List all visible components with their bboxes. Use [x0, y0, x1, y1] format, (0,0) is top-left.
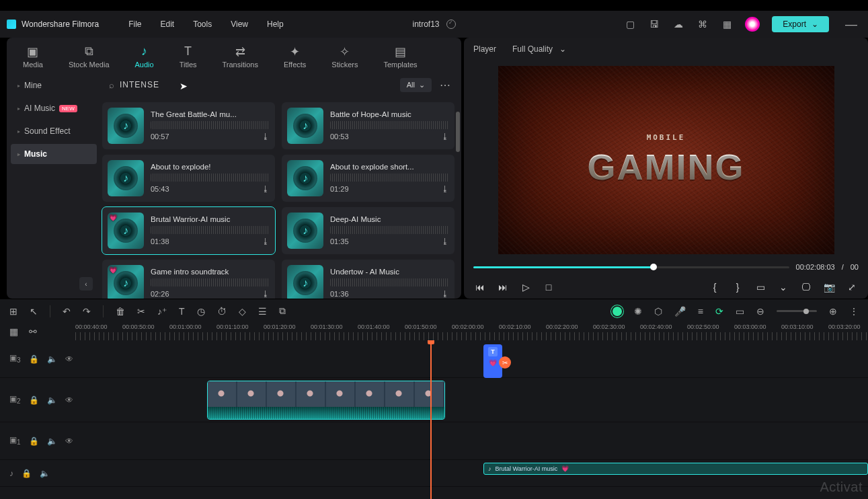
export-button[interactable]: Export ⌄ — [772, 16, 829, 32]
mute-icon[interactable]: 🔈 — [40, 469, 50, 478]
tab-media[interactable]: ▣Media — [19, 42, 47, 71]
tab-effects[interactable]: ✦Effects — [280, 42, 310, 71]
redo-button[interactable]: ↷ — [83, 306, 91, 317]
eye-icon[interactable]: 👁 — [65, 436, 73, 446]
collapse-sidebar-button[interactable]: ‹ — [79, 277, 93, 291]
tab-titles[interactable]: TTitles — [175, 42, 201, 71]
next-frame-button[interactable]: ⏭ — [496, 282, 510, 293]
lock-icon[interactable]: 🔒 — [29, 436, 39, 446]
mark-in-button[interactable]: { — [708, 282, 721, 293]
delete-button[interactable]: 🗑 — [116, 306, 125, 317]
ratio-button[interactable]: ▭ — [754, 282, 767, 293]
snapshot-button[interactable]: 📷 — [822, 282, 836, 293]
display-button[interactable]: 🖵 — [799, 282, 813, 293]
download-icon[interactable]: ⭳ — [441, 289, 449, 299]
mixer-icon[interactable]: ≡ — [698, 306, 703, 317]
play-button[interactable]: ▷ — [519, 282, 532, 293]
audio-item[interactable]: ♪ Deep-AI Music 01:35⭳ — [282, 207, 455, 254]
mic-icon[interactable]: 🎤 — [674, 306, 686, 317]
prev-frame-button[interactable]: ⏮ — [473, 282, 487, 293]
more-options-button[interactable]: ⋯ — [437, 79, 453, 91]
lock-icon[interactable]: 🔒 — [29, 354, 39, 364]
zoom-out-button[interactable]: ⊖ — [756, 306, 764, 317]
quality-select[interactable]: Full Quality⌄ — [507, 42, 571, 56]
magnet-icon[interactable]: ⊞ — [9, 306, 17, 317]
sidebar-item-mine[interactable]: ▸Mine — [11, 75, 97, 95]
cut-button[interactable]: ✂ — [137, 306, 145, 317]
audio-item[interactable]: ♪ About to explode short... 01:29⭳ — [282, 155, 455, 202]
undo-button[interactable]: ↶ — [63, 306, 71, 317]
timeline-ruler[interactable]: 00:00:40:0000:00:50:0000:01:00:0000:01:1… — [75, 323, 868, 340]
audio-item[interactable]: 💗♪ Brutal Warrior-AI music 01:38⭳ — [102, 207, 275, 254]
stop-button[interactable]: □ — [542, 282, 555, 293]
eye-icon[interactable]: 👁 — [65, 395, 73, 405]
sidebar-item-sound-effect[interactable]: ▸Sound Effect — [11, 121, 97, 141]
audio-item[interactable]: 💗♪ Game intro soundtrack 02:26⭳ — [102, 260, 275, 299]
screenshot-icon[interactable]: ▢ — [624, 18, 636, 30]
lock-icon[interactable]: 🔒 — [22, 469, 32, 478]
audio-clip[interactable]: ♪ Brutal Warrior-AI music 💗 — [483, 463, 868, 475]
clip-end-icon[interactable]: ▶ — [444, 393, 445, 406]
flare-icon[interactable]: ✺ — [634, 306, 642, 317]
tab-audio[interactable]: ♪Audio — [131, 42, 158, 71]
playhead[interactable] — [430, 340, 432, 499]
sidebar-item-music[interactable]: ▸Music — [11, 144, 97, 164]
mark-out-button[interactable]: } — [731, 282, 744, 293]
timeline-menu-icon[interactable]: ⋮ — [849, 306, 859, 317]
render-icon[interactable]: ⟳ — [715, 306, 723, 317]
sync-status-icon[interactable] — [446, 20, 456, 29]
cloud-icon[interactable]: ☁ — [672, 18, 684, 30]
zoom-slider[interactable] — [777, 310, 817, 312]
menu-view[interactable]: View — [221, 20, 258, 29]
expand-button[interactable]: ⤢ — [845, 282, 859, 293]
download-icon[interactable]: ⭳ — [441, 132, 449, 141]
scrollbar[interactable] — [456, 112, 460, 152]
eye-icon[interactable]: 👁 — [65, 354, 73, 364]
fit-icon[interactable]: ▭ — [736, 306, 744, 317]
download-icon[interactable]: ⭳ — [262, 184, 270, 194]
sidebar-item-ai-music[interactable]: ▸AI MusicNEW — [11, 98, 97, 118]
video-clip[interactable]: ▶20231126 191153 ▶ — [207, 381, 445, 420]
record-indicator-icon[interactable] — [613, 307, 622, 316]
lock-icon[interactable]: 🔒 — [29, 395, 39, 405]
save-icon[interactable]: 🖫 — [648, 18, 660, 30]
search-input[interactable] — [120, 80, 395, 89]
tab-stock-media[interactable]: ⧉Stock Media — [65, 42, 114, 71]
user-avatar[interactable] — [745, 17, 760, 32]
marker-icon[interactable]: ⬡ — [654, 306, 662, 317]
zoom-in-button[interactable]: ⊕ — [829, 306, 837, 317]
audio-item[interactable]: ♪ Undertow - AI Music 01:36⭳ — [282, 260, 455, 299]
speed-icon[interactable]: ◷ — [197, 306, 205, 317]
menu-file[interactable]: File — [119, 20, 151, 29]
download-icon[interactable]: ⭳ — [262, 237, 270, 246]
crop-icon[interactable]: ◇ — [239, 306, 246, 317]
tab-transitions[interactable]: ⇄Transitions — [219, 42, 262, 71]
group-icon[interactable]: ⧉ — [279, 305, 286, 317]
minimize-button[interactable]: — — [841, 17, 861, 32]
grid-icon[interactable]: ▦ — [721, 18, 733, 30]
split-marker-icon[interactable]: ✂ — [499, 356, 511, 369]
mute-icon[interactable]: 🔈 — [47, 354, 57, 364]
download-icon[interactable]: ⭳ — [262, 289, 270, 299]
menu-edit[interactable]: Edit — [151, 20, 184, 29]
mute-icon[interactable]: 🔈 — [47, 436, 57, 446]
audio-item[interactable]: ♪ Battle of Hope-AI music 00:53⭳ — [282, 102, 455, 149]
mute-icon[interactable]: 🔈 — [47, 395, 57, 405]
audio-edit-icon[interactable]: ♪⁺ — [157, 306, 167, 317]
menu-help[interactable]: Help — [258, 20, 293, 29]
adjust-icon[interactable]: ☰ — [258, 306, 267, 317]
timer-icon[interactable]: ⏱ — [217, 306, 227, 317]
video-preview[interactable]: MOBILE GAMING — [464, 62, 868, 258]
audio-item[interactable]: ♪ The Great Battle-AI mu... 00:57⭳ — [102, 102, 275, 149]
chevron-down-icon[interactable]: ⌄ — [777, 282, 790, 293]
download-icon[interactable]: ⭳ — [441, 237, 449, 246]
filter-select[interactable]: All⌄ — [400, 78, 432, 92]
tab-stickers[interactable]: ✧Stickers — [327, 42, 362, 71]
download-icon[interactable]: ⭳ — [441, 184, 449, 194]
headphones-icon[interactable]: ⌘ — [697, 18, 709, 30]
track-add-icon[interactable]: ▦ — [9, 326, 18, 337]
menu-tools[interactable]: Tools — [184, 20, 221, 29]
audio-item[interactable]: ♪ About to explode! 05:43⭳ — [102, 155, 275, 202]
select-tool-icon[interactable]: ↖ — [30, 306, 38, 317]
download-icon[interactable]: ⭳ — [262, 132, 270, 141]
